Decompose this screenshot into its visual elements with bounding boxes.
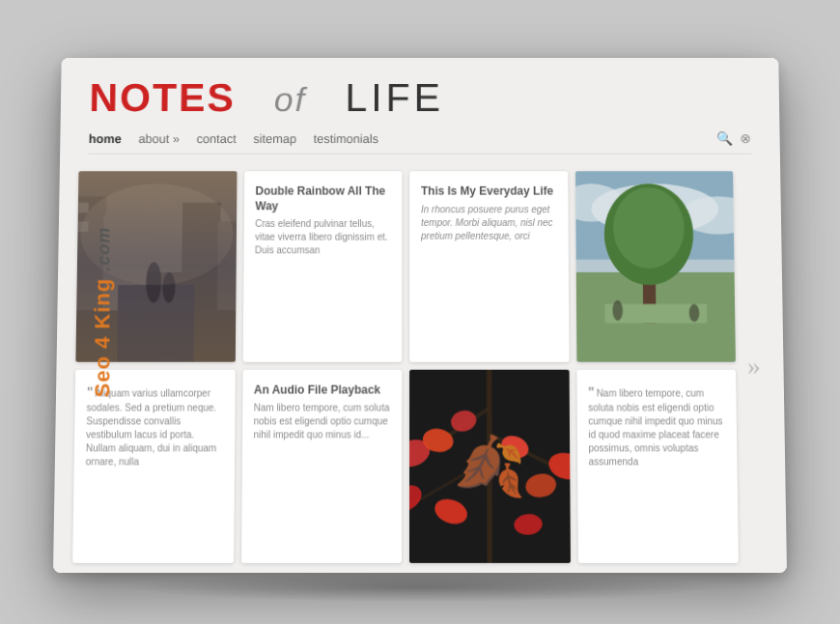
card-nature-image[interactable] <box>575 171 736 361</box>
svg-rect-10 <box>117 285 194 361</box>
browser-frame: NOTES of LIFE home about » contact sitem… <box>53 58 787 573</box>
site-header: NOTES of LIFE home about » contact sitem… <box>60 58 780 162</box>
frame-shadow <box>126 573 714 602</box>
cards-grid: Double Rainbow All The Way Cras eleifend… <box>72 171 739 562</box>
card-rainbow-title: Double Rainbow All The Way <box>255 184 390 213</box>
card-quote2-content: "Nam libero tempore, cum soluta nobis es… <box>584 377 731 555</box>
perspective-wrapper: NOTES of LIFE home about » contact sitem… <box>53 51 787 573</box>
svg-point-12 <box>162 272 176 303</box>
card-leaves-image[interactable] <box>409 369 570 563</box>
card-rainbow[interactable]: Double Rainbow All The Way Cras eleifend… <box>242 171 402 361</box>
nav-testimonials[interactable]: testimonials <box>314 131 378 146</box>
svg-rect-7 <box>78 203 89 213</box>
site-title: NOTES of LIFE <box>89 76 751 120</box>
chevron-right[interactable]: » <box>741 171 768 562</box>
svg-point-11 <box>146 263 161 303</box>
outer-wrapper: NOTES of LIFE home about » contact sitem… <box>53 51 787 573</box>
svg-line-27 <box>490 369 490 563</box>
watermark: Seo 4 King .com <box>90 227 115 398</box>
nature-image <box>575 171 736 361</box>
title-life: LIFE <box>345 75 444 119</box>
card-everyday-content: This Is My Everyday Life In rhoncus posu… <box>417 179 561 354</box>
svg-rect-4 <box>182 203 221 311</box>
card-audio-body: Nam libero tempore, cum soluta nobis est… <box>254 402 391 442</box>
nav-items: home about » contact sitemap testimonial… <box>89 131 716 146</box>
card-rainbow-body: Cras eleifend pulvinar tellus, vitae viv… <box>255 217 391 257</box>
rss-icon[interactable]: ⊗ <box>740 131 751 147</box>
card-everyday-title: This Is My Everyday Life <box>421 184 556 199</box>
title-notes: NOTES <box>89 75 236 119</box>
card-quote2[interactable]: "Nam libero tempore, cum soluta nobis es… <box>576 369 739 563</box>
watermark-text: Seo 4 King <box>90 278 114 398</box>
title-of: of <box>274 80 307 119</box>
card-audio[interactable]: An Audio File Playback Nam libero tempor… <box>241 369 403 563</box>
nav-about[interactable]: about » <box>138 131 180 146</box>
site-nav: home about » contact sitemap testimonial… <box>89 128 752 155</box>
content-area: Double Rainbow All The Way Cras eleifend… <box>53 162 787 573</box>
card-quote1[interactable]: "Aliquam varius ullamcorper sodales. Sed… <box>72 369 235 563</box>
svg-rect-5 <box>217 222 237 311</box>
chevron-icon: » <box>747 351 761 382</box>
leaves-image <box>409 369 570 563</box>
card-quote2-body: "Nam libero tempore, cum soluta nobis es… <box>588 383 726 468</box>
nav-home[interactable]: home <box>89 131 122 146</box>
search-icon[interactable]: 🔍 <box>716 131 733 147</box>
card-audio-content: An Audio File Playback Nam libero tempor… <box>249 377 395 555</box>
watermark-suffix: .com <box>94 227 113 271</box>
nav-contact[interactable]: contact <box>197 131 237 146</box>
card-rainbow-content: Double Rainbow All The Way Cras eleifend… <box>250 179 394 354</box>
nav-icons: 🔍 ⊗ <box>716 131 752 147</box>
card-audio-title: An Audio File Playback <box>254 383 390 397</box>
card-everyday-body: In rhoncus posuere purus eget tempor. Mo… <box>421 203 556 242</box>
card-everyday[interactable]: This Is My Everyday Life In rhoncus posu… <box>409 171 569 361</box>
nav-sitemap[interactable]: sitemap <box>253 131 296 146</box>
card-quote1-content: "Aliquam varius ullamcorper sodales. Sed… <box>80 377 227 555</box>
svg-rect-9 <box>78 222 89 232</box>
browser-frame-inner: NOTES of LIFE home about » contact sitem… <box>53 58 787 573</box>
quote-mark-2: " <box>588 383 595 399</box>
